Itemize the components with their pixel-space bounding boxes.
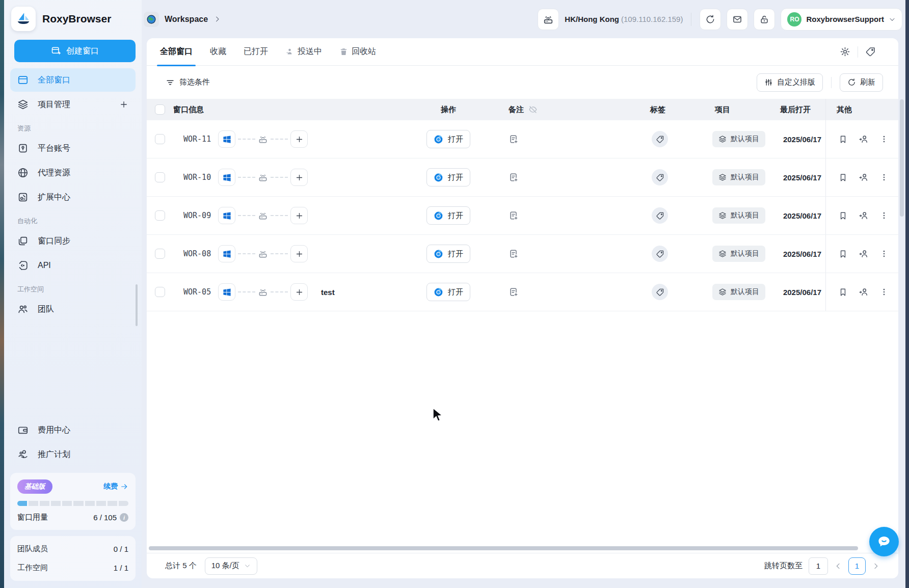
- unlock-button[interactable]: [754, 9, 775, 30]
- tab-favorites[interactable]: 收藏: [210, 38, 226, 66]
- sidebar-item-project-management[interactable]: 项目管理: [10, 93, 136, 116]
- filter-icon: [166, 78, 175, 87]
- tag-icon[interactable]: [652, 284, 668, 300]
- tag-icon[interactable]: [652, 207, 668, 224]
- row-checkbox[interactable]: [155, 249, 165, 259]
- bookmark-icon[interactable]: [838, 287, 848, 297]
- eye-off-icon[interactable]: [528, 105, 538, 114]
- page-size-select[interactable]: 10 条/页: [205, 557, 257, 575]
- share-user-icon[interactable]: [859, 134, 869, 144]
- add-note-icon[interactable]: [509, 210, 519, 221]
- row-checkbox[interactable]: [155, 210, 165, 221]
- add-proxy-button[interactable]: [290, 245, 308, 262]
- bookmark-icon[interactable]: [838, 249, 848, 259]
- sync-button[interactable]: [700, 9, 721, 30]
- top-header: RoxyBrowser Workspace HK/Hong Kong(109.1…: [4, 0, 905, 38]
- tag-manage-icon[interactable]: [865, 46, 876, 57]
- vertical-scrollbar[interactable]: [900, 99, 904, 217]
- row-checkbox[interactable]: [155, 172, 165, 182]
- info-icon[interactable]: i: [120, 513, 128, 522]
- filter-button[interactable]: 筛选条件: [166, 77, 210, 87]
- project-chip[interactable]: 默认项目: [712, 131, 765, 147]
- proxy-slot-icon: [258, 287, 268, 297]
- refresh-button[interactable]: 刷新: [840, 73, 883, 92]
- horizontal-scrollbar[interactable]: [149, 546, 858, 550]
- add-note-icon[interactable]: [509, 249, 519, 259]
- mail-button[interactable]: [727, 9, 748, 30]
- add-note-icon[interactable]: [509, 287, 519, 297]
- open-button[interactable]: 打开: [426, 206, 470, 225]
- bookmark-icon[interactable]: [838, 135, 848, 144]
- project-chip[interactable]: 默认项目: [712, 284, 765, 300]
- current-page-button[interactable]: 1: [848, 557, 866, 575]
- add-proxy-button[interactable]: [290, 130, 308, 148]
- prev-page-icon[interactable]: [834, 562, 842, 570]
- table-row: WOR-10 打开: [147, 158, 898, 197]
- sidebar-item-window-sync[interactable]: 窗口同步: [10, 229, 136, 253]
- tab-delivering[interactable]: 投送中: [285, 38, 322, 66]
- team-icon: [17, 304, 29, 315]
- open-button[interactable]: 打开: [426, 283, 470, 301]
- sidebar-item-platform-accounts[interactable]: 平台账号: [10, 137, 136, 160]
- share-user-icon[interactable]: [859, 210, 869, 221]
- tag-icon[interactable]: [652, 169, 668, 185]
- window-id: WOR-05: [183, 287, 218, 297]
- create-window-button[interactable]: 创建窗口: [14, 40, 136, 62]
- sidebar-item-extension-center[interactable]: 扩展中心: [10, 185, 136, 209]
- tag-icon[interactable]: [652, 246, 668, 262]
- chat-support-button[interactable]: [869, 527, 899, 556]
- windows-os-icon[interactable]: [218, 245, 235, 262]
- more-menu-icon[interactable]: [879, 211, 889, 220]
- sidebar-item-all-windows[interactable]: 全部窗口: [10, 68, 136, 92]
- select-all-checkbox[interactable]: [155, 104, 165, 115]
- sidebar-item-promotion-plan[interactable]: 推广计划: [10, 443, 136, 466]
- add-note-icon[interactable]: [509, 134, 519, 144]
- open-button[interactable]: 打开: [426, 245, 470, 263]
- windows-os-icon[interactable]: [218, 207, 235, 224]
- tab-recycle-bin[interactable]: 回收站: [339, 38, 376, 66]
- tab-opened[interactable]: 已打开: [244, 38, 268, 66]
- add-proxy-button[interactable]: [290, 207, 308, 224]
- usage-label: 窗口用量: [17, 513, 48, 522]
- add-project-icon[interactable]: [119, 100, 128, 109]
- sidebar-item-api[interactable]: API: [10, 254, 136, 277]
- row-checkbox[interactable]: [155, 134, 165, 144]
- more-menu-icon[interactable]: [879, 173, 889, 182]
- sidebar-item-team[interactable]: 团队: [10, 298, 136, 321]
- next-page-icon[interactable]: [872, 562, 880, 570]
- tag-icon[interactable]: [652, 131, 668, 147]
- account-menu[interactable]: RO RoxybrowserSupport: [781, 8, 902, 31]
- row-checkbox[interactable]: [155, 287, 165, 297]
- bookmark-icon[interactable]: [838, 211, 848, 221]
- custom-layout-button[interactable]: 自定义排版: [757, 73, 823, 92]
- open-button[interactable]: 打开: [426, 130, 470, 148]
- bookmark-icon[interactable]: [838, 173, 848, 182]
- share-user-icon[interactable]: [859, 172, 869, 182]
- add-proxy-button[interactable]: [290, 169, 308, 186]
- windows-os-icon[interactable]: [218, 169, 235, 186]
- project-chip[interactable]: 默认项目: [712, 207, 765, 224]
- windows-os-icon[interactable]: [218, 283, 235, 301]
- project-chip[interactable]: 默认项目: [712, 246, 765, 262]
- windows-os-icon[interactable]: [218, 130, 235, 148]
- more-menu-icon[interactable]: [879, 249, 889, 258]
- jump-page-input[interactable]: [809, 557, 828, 575]
- add-proxy-button[interactable]: [290, 283, 308, 301]
- gear-icon[interactable]: [840, 46, 850, 57]
- project-chip[interactable]: 默认项目: [712, 169, 765, 185]
- tab-all-windows[interactable]: 全部窗口: [160, 38, 193, 66]
- proxy-router-icon[interactable]: [538, 9, 559, 30]
- layers-icon: [17, 99, 29, 110]
- sidebar-scrollbar[interactable]: [136, 284, 138, 326]
- breadcrumb[interactable]: Workspace: [144, 0, 221, 38]
- connector-dash: [271, 139, 288, 140]
- more-menu-icon[interactable]: [879, 287, 889, 297]
- sidebar-item-billing-center[interactable]: 费用中心: [10, 418, 136, 442]
- more-menu-icon[interactable]: [879, 135, 889, 144]
- sidebar-item-proxy-resources[interactable]: 代理资源: [10, 161, 136, 184]
- share-user-icon[interactable]: [859, 287, 869, 297]
- open-button[interactable]: 打开: [426, 168, 470, 186]
- add-note-icon[interactable]: [509, 172, 519, 182]
- renew-link[interactable]: 续费: [103, 482, 128, 491]
- share-user-icon[interactable]: [859, 249, 869, 259]
